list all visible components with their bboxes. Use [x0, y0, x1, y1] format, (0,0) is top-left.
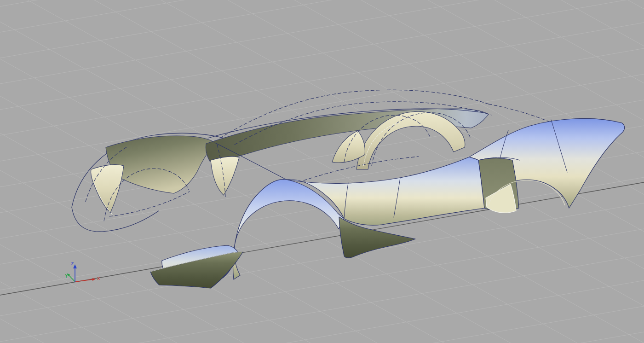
- y-axis-label: Y: [65, 273, 68, 279]
- z-axis-label: z: [71, 261, 74, 267]
- x-axis-label: x: [97, 275, 100, 281]
- cad-viewport[interactable]: x Y z: [0, 0, 644, 343]
- viewport-canvas[interactable]: x Y z: [0, 0, 644, 343]
